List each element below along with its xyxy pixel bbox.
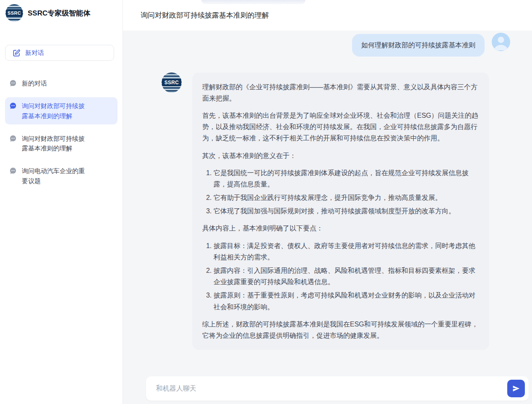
scrolled-message-peek <box>201 0 305 4</box>
ssrc-logo-icon: SSRC <box>162 73 182 93</box>
page-title: 询问对财政部可持续披露基本准则的理解 <box>141 10 269 20</box>
assistant-message-bubble: 理解财政部的《企业可持续披露准则——基本准则》需要从其背景、意义以及具体内容三个… <box>192 73 489 350</box>
assistant-paragraph: 综上所述，财政部的可持续披露基本准则是我国在ESG和可持续发展领域的一个重要里程… <box>202 319 479 341</box>
send-button[interactable] <box>507 380 525 397</box>
chat-bubble-icon <box>9 167 17 175</box>
ssrc-logo-label: SSRC <box>6 9 23 16</box>
assistant-paragraph: 首先，该基本准则的出台背景是为了响应全球对企业环境、社会和治理（ESG）问题关注… <box>202 110 479 144</box>
user-avatar <box>492 33 510 51</box>
chat-bubble-icon <box>9 102 17 110</box>
chat-bubble-icon <box>9 135 17 142</box>
new-chat-button[interactable]: 新对话 <box>5 45 114 61</box>
message-scroll-area[interactable]: 如何理解财政部的可持续披露基本准则 SSRC 理解财政部的《企业可持续披露准则—… <box>123 31 532 376</box>
bot-avatar: SSRC <box>162 73 182 93</box>
conversation-label: 询问对财政部可持续披露基本准则的理解 <box>22 134 90 153</box>
chat-input[interactable] <box>156 385 507 392</box>
app-title: SSRC专家级智能体 <box>28 8 90 18</box>
chat-header: 询问对财政部可持续披露基本准则的理解 <box>123 0 532 31</box>
list-item: 它体现了我国加强与国际规则对接，推动可持续披露领域制度型开放的改革方向。 <box>214 205 479 217</box>
brand: SSRC SSRC专家级智能体 <box>0 0 123 26</box>
composer-bar <box>146 376 529 401</box>
chat-bubble-icon <box>9 80 17 87</box>
conversation-list: 新的对话 询问对财政部可持续披露基本准则的理解 询问对财政部可持续披露基本准则的… <box>0 75 123 189</box>
assistant-paragraph: 其次，该基本准则的意义在于： <box>202 150 479 161</box>
list-item: 披露内容：引入国际通用的治理、战略、风险和机遇管理、指标和目标四要素框架，要求企… <box>214 265 479 287</box>
assistant-paragraph: 具体内容上，基本准则明确了以下要点： <box>202 223 479 234</box>
assistant-paragraph: 理解财政部的《企业可持续披露准则——基本准则》需要从其背景、意义以及具体内容三个… <box>202 81 479 104</box>
list-item: 披露原则：基于重要性原则，考虑可持续风险和机遇对企业财务的影响，以及企业活动对社… <box>214 290 479 312</box>
user-message-bubble: 如何理解财政部的可持续披露基本准则 <box>352 34 485 57</box>
list-item: 它是我国统一可比的可持续披露准则体系建设的起点，旨在规范企业可持续发展信息披露，… <box>214 167 479 190</box>
sidebar-item-conversation-active[interactable]: 询问对财政部可持续披露基本准则的理解 <box>5 97 117 124</box>
send-icon <box>511 384 521 393</box>
user-message-row: 如何理解财政部的可持续披露基本准则 <box>123 31 532 57</box>
ssrc-logo-icon: SSRC <box>5 4 23 22</box>
sidebar-item-conversation[interactable]: 询问对财政部可持续披露基本准则的理解 <box>5 130 117 157</box>
new-chat-label: 新对话 <box>25 49 44 57</box>
ssrc-logo-label: SSRC <box>162 79 181 86</box>
list-item: 它有助于我国企业践行可持续发展理念，提升国际竞争力，推动高质量发展。 <box>214 192 479 203</box>
sidebar-item-conversation[interactable]: 询问电动汽车企业的重要议题 <box>5 162 117 189</box>
significance-list: 它是我国统一可比的可持续披露准则体系建设的起点，旨在规范企业可持续发展信息披露，… <box>202 167 479 217</box>
conversation-label: 询问电动汽车企业的重要议题 <box>22 166 90 186</box>
conversation-label: 询问对财政部可持续披露基本准则的理解 <box>22 101 90 121</box>
conversation-label: 新的对话 <box>22 78 90 88</box>
main-panel: 询问对财政部可持续披露基本准则的理解 如何理解财政部的可持续披露基本准则 SSR… <box>123 0 532 404</box>
assistant-message-row: SSRC 理解财政部的《企业可持续披露准则——基本准则》需要从其背景、意义以及具… <box>123 73 532 350</box>
sidebar: SSRC SSRC专家级智能体 新对话 新的对话 <box>0 0 123 404</box>
list-item: 披露目标：满足投资者、债权人、政府等主要使用者对可持续信息的需求，同时考虑其他利… <box>214 240 479 263</box>
edit-icon <box>13 49 21 57</box>
person-icon <box>492 33 510 51</box>
sidebar-item-new-conversation[interactable]: 新的对话 <box>5 75 117 92</box>
content-list: 披露目标：满足投资者、债权人、政府等主要使用者对可持续信息的需求，同时考虑其他利… <box>202 240 479 313</box>
